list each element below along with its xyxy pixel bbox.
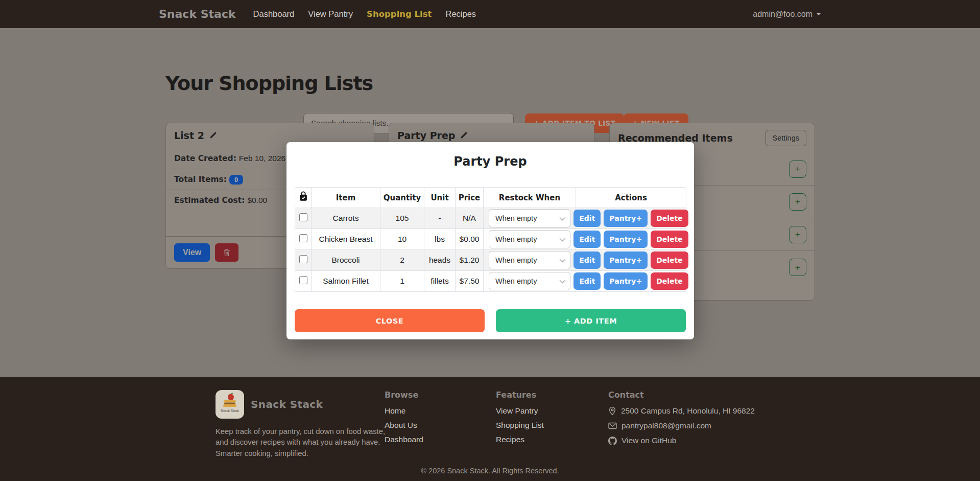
- user-email: admin@foo.com: [753, 10, 812, 19]
- nav-link-recipes[interactable]: Recipes: [445, 9, 476, 19]
- footer-link-home[interactable]: Home: [385, 406, 496, 416]
- footer-browse-column: Browse HomeAbout UsDashboard: [385, 390, 496, 459]
- chevron-down-icon: [560, 278, 565, 283]
- copyright-text: © 2026 Snack Stack. All Rights Reserved.: [0, 467, 980, 475]
- snack-stack-app: Snack Stack DashboardView PantryShopping…: [0, 0, 980, 481]
- user-menu-dropdown[interactable]: admin@foo.com: [753, 10, 821, 19]
- unit-cell: lbs: [424, 229, 456, 250]
- row-checkbox[interactable]: [299, 255, 307, 263]
- item-cell: Salmon Fillet: [312, 271, 380, 292]
- table-header-row: Item Quantity Unit Price Restock When Ac…: [295, 188, 686, 208]
- col-header-restock: Restock When: [484, 188, 576, 208]
- unit-cell: -: [424, 208, 456, 229]
- pantry-plus-button[interactable]: Pantry+: [604, 272, 648, 290]
- brand-link[interactable]: Snack Stack: [159, 8, 236, 20]
- table-row: Chicken Breast 10 lbs $0.00 When empty E…: [295, 229, 686, 250]
- nav-links: DashboardView PantryShopping ListRecipes: [253, 9, 476, 19]
- col-header-actions: Actions: [576, 188, 686, 208]
- nav-link-dashboard[interactable]: Dashboard: [253, 9, 295, 19]
- restock-when-select[interactable]: When empty: [489, 251, 570, 269]
- footer-features-column: Features View PantryShopping ListRecipes: [496, 390, 608, 459]
- col-header-unit: Unit: [424, 188, 456, 208]
- table-row: Carrots 105 - N/A When empty Edit Pantry…: [295, 208, 686, 229]
- footer: Snack Stack Snack Stack Keep track of yo…: [0, 377, 980, 481]
- unit-cell: heads: [424, 250, 456, 271]
- location-pin-icon: [608, 406, 616, 416]
- col-header-price: Price: [456, 188, 484, 208]
- select-all-header: [295, 188, 312, 208]
- col-header-item: Item: [312, 188, 380, 208]
- envelope-icon: [608, 422, 617, 429]
- edit-item-button[interactable]: Edit: [573, 210, 601, 227]
- price-cell: N/A: [456, 208, 484, 229]
- contact-row[interactable]: View on GitHub: [608, 436, 755, 445]
- price-cell: $0.00: [456, 229, 484, 250]
- nav-link-view-pantry[interactable]: View Pantry: [308, 9, 353, 19]
- navbar: Snack Stack DashboardView PantryShopping…: [0, 0, 980, 28]
- item-cell: Chicken Breast: [312, 229, 380, 250]
- footer-column-heading: Contact: [608, 390, 755, 400]
- footer-link-recipes[interactable]: Recipes: [496, 435, 608, 444]
- restock-selected-value: When empty: [495, 277, 537, 285]
- delete-item-button[interactable]: Delete: [651, 251, 688, 269]
- table-row: Salmon Fillet 1 fillets $7.50 When empty…: [295, 271, 686, 292]
- footer-description: Keep track of your pantry, cut down on f…: [216, 426, 392, 459]
- close-modal-button[interactable]: CLOSE: [295, 309, 485, 332]
- chevron-down-icon: [560, 257, 565, 262]
- edit-item-button[interactable]: Edit: [573, 272, 601, 290]
- contact-row[interactable]: pantrypal808@gmail.com: [608, 421, 755, 430]
- pantry-plus-button[interactable]: Pantry+: [604, 231, 648, 248]
- delete-item-button[interactable]: Delete: [651, 231, 688, 248]
- col-header-quantity: Quantity: [380, 188, 424, 208]
- restock-when-select[interactable]: When empty: [489, 272, 570, 290]
- restock-selected-value: When empty: [495, 235, 537, 243]
- chevron-down-icon: [560, 215, 565, 220]
- main-content: Your Shopping Lists + ADD ITEM TO LIST +…: [0, 28, 980, 377]
- item-cell: Carrots: [312, 208, 380, 229]
- footer-contact-column: Contact 2500 Campus Rd, Honolulu, HI 968…: [608, 390, 755, 459]
- modal-title: Party Prep: [286, 142, 694, 169]
- quantity-cell: 105: [380, 208, 424, 229]
- pantry-plus-button[interactable]: Pantry+: [604, 210, 648, 227]
- delete-item-button[interactable]: Delete: [651, 272, 688, 290]
- github-icon: [608, 437, 617, 445]
- quantity-cell: 1: [380, 271, 424, 292]
- restock-selected-value: When empty: [495, 256, 537, 264]
- contact-text: View on GitHub: [622, 436, 676, 445]
- row-checkbox[interactable]: [299, 276, 307, 284]
- footer-brand-name: Snack Stack: [251, 398, 323, 410]
- edit-item-button[interactable]: Edit: [573, 251, 601, 269]
- restock-when-select[interactable]: When empty: [489, 230, 570, 248]
- price-cell: $1.20: [456, 250, 484, 271]
- footer-column-heading: Features: [496, 390, 608, 400]
- bag-check-icon: [298, 191, 308, 202]
- nav-link-shopping-list[interactable]: Shopping List: [367, 9, 432, 19]
- logo-caption: Snack Stack: [221, 409, 240, 413]
- chevron-down-icon: [560, 236, 565, 241]
- table-row: Broccoli 2 heads $1.20 When empty Edit P…: [295, 250, 686, 271]
- restock-when-select[interactable]: When empty: [489, 209, 570, 227]
- add-item-button[interactable]: + ADD ITEM: [496, 309, 686, 332]
- row-checkbox[interactable]: [299, 213, 307, 221]
- restock-selected-value: When empty: [495, 214, 537, 222]
- unit-cell: fillets: [424, 271, 456, 292]
- quantity-cell: 10: [380, 229, 424, 250]
- item-cell: Broccoli: [312, 250, 380, 271]
- footer-link-view-pantry[interactable]: View Pantry: [496, 406, 608, 416]
- chevron-down-icon: [816, 13, 821, 15]
- delete-item-button[interactable]: Delete: [651, 210, 688, 227]
- contact-text: pantrypal808@gmail.com: [622, 421, 711, 430]
- contact-row: 2500 Campus Rd, Honolulu, HI 96822: [608, 406, 755, 416]
- footer-link-about-us[interactable]: About Us: [385, 421, 496, 430]
- row-checkbox[interactable]: [299, 234, 307, 242]
- footer-brand-column: Snack Stack Snack Stack Keep track of yo…: [216, 390, 385, 459]
- party-prep-modal: Party Prep Item Quantity Unit: [286, 142, 694, 339]
- footer-link-shopping-list[interactable]: Shopping List: [496, 421, 608, 430]
- footer-link-dashboard[interactable]: Dashboard: [385, 435, 496, 444]
- pantry-plus-button[interactable]: Pantry+: [604, 251, 648, 269]
- footer-column-heading: Browse: [385, 390, 496, 400]
- quantity-cell: 2: [380, 250, 424, 271]
- shopping-items-table: Item Quantity Unit Price Restock When Ac…: [295, 187, 686, 292]
- edit-item-button[interactable]: Edit: [573, 231, 601, 248]
- contact-text: 2500 Campus Rd, Honolulu, HI 96822: [621, 406, 755, 416]
